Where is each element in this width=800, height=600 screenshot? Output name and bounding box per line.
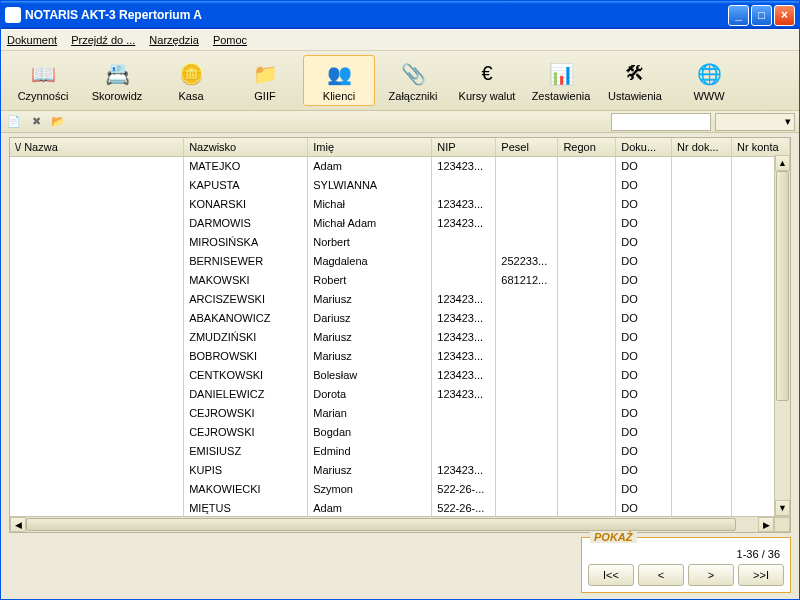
maximize-button[interactable]: □ — [751, 5, 772, 26]
cell — [558, 233, 616, 252]
table-row[interactable]: BERNISEWERMagdalena252233...DO — [10, 252, 790, 271]
col-nip[interactable]: NIP — [432, 138, 496, 157]
scroll-thumb-v[interactable] — [776, 171, 789, 401]
footer: POKAŻ 1-36 / 36 I<< < > >>I — [9, 537, 791, 593]
col-doku[interactable]: Doku... — [616, 138, 672, 157]
app-icon: ⚙ — [5, 7, 21, 23]
table-row[interactable]: MAKOWSKIRobert681212...DO — [10, 271, 790, 290]
menu-dokument[interactable]: Dokument — [7, 34, 57, 46]
vertical-scrollbar[interactable]: ▲ ▼ — [774, 155, 790, 516]
table-row[interactable]: EMISIUSZEdmindDO — [10, 442, 790, 461]
cell — [672, 366, 732, 385]
cell: DO — [616, 309, 672, 328]
toolbar-kasa[interactable]: 🪙Kasa — [155, 55, 227, 106]
table-row[interactable]: DANIELEWICZDorota123423...DO — [10, 385, 790, 404]
table-row[interactable]: MIĘTUSAdam522-26-...DO — [10, 499, 790, 517]
table-row[interactable]: MAKOWIECKISzymon522-26-...DO — [10, 480, 790, 499]
col-pesel[interactable]: Pesel — [496, 138, 558, 157]
filter-dropdown[interactable]: ▾ — [715, 113, 795, 131]
table-row[interactable]: KUPISMariusz123423...DO — [10, 461, 790, 480]
toolbar-czynności[interactable]: 📖Czynności — [7, 55, 79, 106]
toolbar: 📖Czynności📇Skorowidz🪙Kasa📁GIIF👥Klienci📎Z… — [1, 51, 799, 111]
prev-page-button[interactable]: < — [638, 564, 684, 586]
col-regon[interactable]: Regon — [558, 138, 616, 157]
cell: Dorota — [308, 385, 432, 404]
table-row[interactable]: CEJROWSKIBogdanDO — [10, 423, 790, 442]
cell: 123423... — [432, 385, 496, 404]
table-row[interactable]: KAPUSTASYLWIANNADO — [10, 176, 790, 195]
cell — [558, 195, 616, 214]
cell: 522-26-... — [432, 480, 496, 499]
cell: MATEJKO — [184, 157, 308, 176]
cell — [432, 423, 496, 442]
toolbar-www[interactable]: 🌐WWW — [673, 55, 745, 106]
folder-icon[interactable]: 📂 — [49, 113, 67, 131]
search-input[interactable] — [611, 113, 711, 131]
table-row[interactable]: ABAKANOWICZDariusz123423...DO — [10, 309, 790, 328]
new-icon[interactable]: 📄 — [5, 113, 23, 131]
cell — [10, 328, 184, 347]
last-page-button[interactable]: >>I — [738, 564, 784, 586]
scroll-left-icon[interactable]: ◀ — [10, 517, 26, 532]
close-button[interactable]: × — [774, 5, 795, 26]
toolbar-kursy walut[interactable]: €Kursy walut — [451, 55, 523, 106]
col-nrdok[interactable]: Nr dok... — [672, 138, 732, 157]
cell: 123423... — [432, 461, 496, 480]
toolbar-ustawienia[interactable]: 🛠Ustawienia — [599, 55, 671, 106]
first-page-button[interactable]: I<< — [588, 564, 634, 586]
cell — [432, 176, 496, 195]
cell: DO — [616, 214, 672, 233]
cell — [672, 385, 732, 404]
cell: 522-26-... — [432, 499, 496, 517]
scroll-up-icon[interactable]: ▲ — [775, 155, 790, 171]
minimize-button[interactable]: _ — [728, 5, 749, 26]
zestawienia-icon: 📊 — [547, 60, 575, 88]
cell — [496, 442, 558, 461]
cell: 123423... — [432, 309, 496, 328]
table-row[interactable]: MIROSIŃSKANorbertDO — [10, 233, 790, 252]
cell — [10, 366, 184, 385]
cell — [10, 252, 184, 271]
cell: Mariusz — [308, 347, 432, 366]
cell — [672, 480, 732, 499]
table-row[interactable]: BOBROWSKIMariusz123423...DO — [10, 347, 790, 366]
table-row[interactable]: DARMOWISMichał Adam123423...DO — [10, 214, 790, 233]
cell — [558, 176, 616, 195]
col-nazwa[interactable]: \/ Nazwa — [10, 138, 184, 157]
table-row[interactable]: CEJROWSKIMarianDO — [10, 404, 790, 423]
menu-przejdz[interactable]: Przejdź do ... — [71, 34, 135, 46]
cell — [10, 309, 184, 328]
col-nrkonta[interactable]: Nr konta — [732, 138, 790, 157]
toolbar-zestawienia[interactable]: 📊Zestawienia — [525, 55, 597, 106]
toolbar-skorowidz[interactable]: 📇Skorowidz — [81, 55, 153, 106]
cell — [558, 442, 616, 461]
table-row[interactable]: KONARSKIMichał123423...DO — [10, 195, 790, 214]
cell — [496, 233, 558, 252]
menu-narzedzia[interactable]: Narzędzia — [149, 34, 199, 46]
toolbar-giif[interactable]: 📁GIIF — [229, 55, 301, 106]
col-nazwisko[interactable]: Nazwisko — [184, 138, 308, 157]
app-window: ⚙ NOTARIS AKT-3 Repertorium A _ □ × Doku… — [0, 0, 800, 600]
scroll-down-icon[interactable]: ▼ — [775, 500, 790, 516]
cell — [10, 404, 184, 423]
delete-icon[interactable]: ✖ — [27, 113, 45, 131]
cell: Mariusz — [308, 328, 432, 347]
titlebar: ⚙ NOTARIS AKT-3 Repertorium A _ □ × — [1, 1, 799, 29]
table-row[interactable]: MATEJKOAdam123423...DO — [10, 157, 790, 176]
cell — [672, 252, 732, 271]
scroll-thumb-h[interactable] — [26, 518, 736, 531]
cell: 681212... — [496, 271, 558, 290]
table-row[interactable]: ARCISZEWSKIMariusz123423...DO — [10, 290, 790, 309]
horizontal-scrollbar[interactable]: ◀ ▶ — [10, 516, 790, 532]
cell — [672, 271, 732, 290]
toolbar-załączniki[interactable]: 📎Załączniki — [377, 55, 449, 106]
scroll-right-icon[interactable]: ▶ — [758, 517, 774, 532]
next-page-button[interactable]: > — [688, 564, 734, 586]
menu-pomoc[interactable]: Pomoc — [213, 34, 247, 46]
table-row[interactable]: CENTKOWSKIBolesław123423...DO — [10, 366, 790, 385]
table-row[interactable]: ZMUDZIŃSKIMariusz123423...DO — [10, 328, 790, 347]
cell: 123423... — [432, 290, 496, 309]
col-imie[interactable]: Imię — [308, 138, 432, 157]
cell — [432, 271, 496, 290]
toolbar-klienci[interactable]: 👥Klienci — [303, 55, 375, 106]
